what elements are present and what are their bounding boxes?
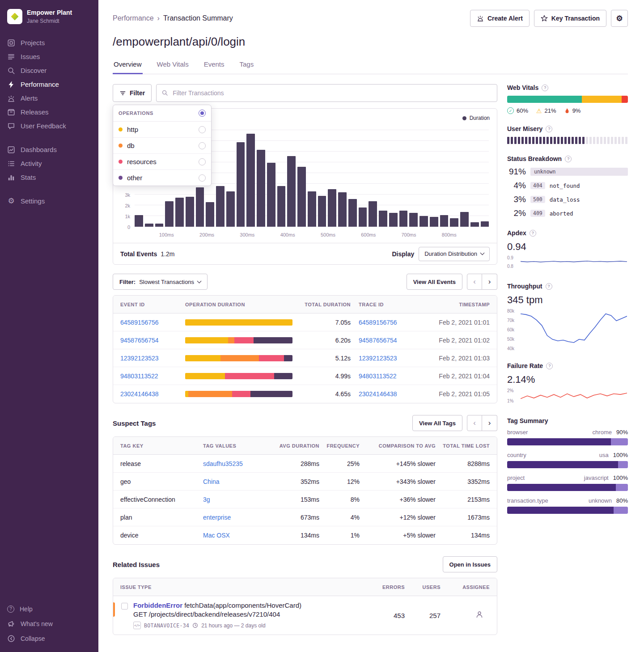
total-duration-value: 5.12s	[299, 355, 351, 362]
tag-value-link[interactable]: sdaufhu35235	[203, 460, 272, 467]
sidebar-item-projects[interactable]: Projects	[0, 36, 98, 50]
operation-option-resources[interactable]: resources	[113, 154, 211, 170]
event-id-link[interactable]: 12392123523	[120, 355, 185, 362]
tag-value-link[interactable]: 3g	[203, 496, 272, 503]
status-breakdown-section: Status Breakdown ? 91% unknown 4% 404 no…	[507, 155, 628, 218]
event-id-link[interactable]: 64589156756	[120, 319, 185, 326]
next-page-button[interactable]: ›	[482, 415, 497, 431]
sidebar-item-issues[interactable]: Issues	[0, 50, 98, 64]
event-id-link[interactable]: 94587656754	[120, 337, 185, 344]
sidebar-item-performance[interactable]: Performance	[0, 77, 98, 91]
operation-option-http[interactable]: http	[113, 122, 211, 138]
help-icon[interactable]: ?	[565, 156, 572, 162]
timestamp-value: Feb 2, 2021 01:05	[427, 390, 490, 398]
view-all-tags-button[interactable]: View All Tags	[412, 415, 462, 431]
filter-button[interactable]: Filter	[113, 84, 152, 102]
help-icon[interactable]: ?	[546, 283, 552, 290]
help-icon[interactable]: ?	[542, 85, 548, 91]
help-icon[interactable]: ?	[530, 230, 536, 237]
event-id-link[interactable]: 94803113522	[120, 373, 185, 380]
help-icon[interactable]: ?	[546, 126, 552, 132]
histogram-bar	[175, 198, 184, 227]
x-tick-label: 100ms	[159, 232, 174, 237]
tag-summary-pct: 80%	[616, 497, 628, 504]
create-alert-button[interactable]: Create Alert	[470, 10, 530, 27]
trace-id-link[interactable]: 94803113522	[351, 373, 427, 380]
sidebar-item-dashboards[interactable]: Dashboards	[0, 143, 98, 157]
bar-segment	[254, 337, 292, 343]
trace-id-link[interactable]: 23024146438	[351, 390, 427, 398]
sidebar-item-settings[interactable]: ⚙ Settings	[0, 194, 98, 208]
issue-detail: GET /projects/direct/backend/releases/v7…	[133, 610, 301, 618]
trace-id-link[interactable]: 12392123523	[351, 355, 427, 362]
open-in-issues-button[interactable]: Open in Issues	[443, 556, 497, 572]
bar-segment	[507, 438, 611, 445]
event-id-link[interactable]: 23024146438	[120, 390, 185, 398]
tag-summary-key: country	[507, 452, 526, 458]
col-tag-values: TAG VALUES	[203, 443, 272, 449]
key-transaction-button[interactable]: Key Transaction	[534, 10, 606, 27]
radio-icon[interactable]	[199, 142, 206, 149]
x-tick-label: 300ms	[240, 232, 254, 237]
search-input[interactable]	[156, 84, 497, 102]
sidebar-item-collapse[interactable]: Collapse	[0, 631, 98, 646]
operation-option-db[interactable]: db	[113, 138, 211, 154]
tab-overview[interactable]: Overview	[113, 58, 143, 74]
radio-selected-icon[interactable]	[199, 110, 206, 117]
sidebar-item-label: User Feedback	[21, 122, 66, 130]
histogram-bar	[369, 201, 377, 227]
radio-icon[interactable]	[199, 158, 206, 165]
sidebar-item-stats[interactable]: Stats	[0, 170, 98, 184]
total-events-value: 1.2m	[161, 250, 174, 258]
sidebar-item-releases[interactable]: Releases	[0, 105, 98, 119]
tag-value-link[interactable]: enterprise	[203, 514, 272, 521]
tab-web-vitals[interactable]: Web Vitals	[156, 58, 190, 74]
issue-checkbox[interactable]	[121, 603, 128, 610]
sidebar-item-discover[interactable]: Discover	[0, 64, 98, 77]
status-bar: unknown	[530, 168, 628, 176]
issue-type-link[interactable]: ForbiddenError	[133, 601, 182, 609]
sidebar-item-activity[interactable]: Activity	[0, 157, 98, 170]
settings-button[interactable]: ⚙	[611, 10, 628, 27]
search-field	[156, 84, 497, 102]
org-switcher[interactable]: Empower Plant Jane Schmidt	[0, 7, 98, 36]
trace-id-link[interactable]: 94587656754	[351, 337, 427, 344]
tag-value-link[interactable]: China	[203, 478, 272, 485]
display-select[interactable]: Duration Distribution	[419, 247, 490, 261]
radio-icon[interactable]	[199, 126, 206, 133]
issues-icon	[7, 53, 15, 61]
misery-tick	[525, 137, 527, 144]
sidebar-item-alerts[interactable]: Alerts	[0, 91, 98, 105]
sidebar-item-user-feedback[interactable]: User Feedback	[0, 119, 98, 133]
total-duration-value: 6.20s	[299, 337, 351, 344]
tag-value-link[interactable]: Mac OSX	[203, 532, 272, 539]
tag-summary-pct: 90%	[616, 429, 628, 436]
operations-dropdown-header[interactable]: OPERATIONS	[113, 105, 211, 122]
issue-errors-count: 453	[369, 612, 405, 619]
help-icon[interactable]: ?	[546, 363, 553, 369]
breadcrumb-performance[interactable]: Performance	[113, 14, 154, 22]
sidebar-item-help[interactable]: ? Help	[0, 601, 98, 616]
timestamp-value: Feb 2, 2021 01:02	[427, 337, 490, 344]
tab-tags[interactable]: Tags	[239, 58, 255, 74]
total-time-lost: 2153ms	[436, 496, 490, 503]
status-row: 3% 500 data_loss	[507, 195, 628, 204]
sidebar-item-whats-new[interactable]: What's new	[0, 616, 98, 631]
org-user: Jane Schmidt	[27, 18, 72, 24]
misery-tick	[614, 137, 617, 144]
radio-icon[interactable]	[199, 174, 206, 182]
prev-page-button[interactable]: ‹	[467, 274, 482, 290]
tag-row: release sdaufhu35235 288ms 25% +145% slo…	[113, 455, 497, 473]
tab-events[interactable]: Events	[203, 58, 225, 74]
operation-option-other[interactable]: other	[113, 170, 211, 186]
view-all-events-button[interactable]: View All Events	[407, 274, 462, 290]
vitals-meh-pct: 21%	[545, 107, 556, 114]
prev-page-button[interactable]: ‹	[467, 415, 482, 431]
events-filter-select[interactable]: Filter: Slowest Transactions	[113, 274, 208, 290]
next-page-button[interactable]: ›	[482, 274, 497, 290]
breadcrumb-separator: ›	[157, 14, 160, 22]
event-row: 94587656754 6.20s 94587656754 Feb 2, 202…	[113, 331, 497, 349]
operation-label: other	[127, 174, 142, 182]
trace-id-link[interactable]: 64589156756	[351, 319, 427, 326]
issue-assignee[interactable]	[441, 610, 490, 620]
